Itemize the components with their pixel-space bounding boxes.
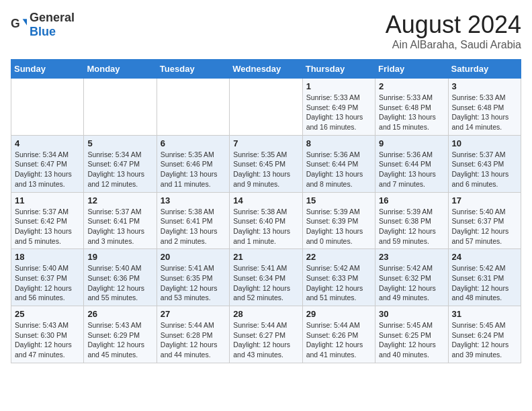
weekday-header: Thursday [302, 60, 375, 79]
calendar-week-row: 4Sunrise: 5:34 AM Sunset: 6:47 PM Daylig… [11, 135, 521, 192]
day-number: 25 [15, 309, 80, 319]
calendar-header-row: SundayMondayTuesdayWednesdayThursdayFrid… [11, 60, 521, 79]
day-number: 17 [452, 195, 517, 205]
day-info: Sunrise: 5:42 AM Sunset: 6:31 PM Dayligh… [452, 263, 517, 303]
weekday-header: Saturday [448, 60, 521, 79]
calendar-week-row: 1Sunrise: 5:33 AM Sunset: 6:49 PM Daylig… [11, 79, 521, 136]
day-info: Sunrise: 5:38 AM Sunset: 6:40 PM Dayligh… [233, 207, 298, 246]
day-info: Sunrise: 5:36 AM Sunset: 6:44 PM Dayligh… [306, 150, 371, 189]
page-title: August 2024 [386, 11, 521, 39]
day-info: Sunrise: 5:45 AM Sunset: 6:24 PM Dayligh… [452, 320, 517, 360]
day-number: 20 [161, 252, 226, 262]
day-info: Sunrise: 5:42 AM Sunset: 6:32 PM Dayligh… [379, 263, 444, 303]
calendar-cell: 31Sunrise: 5:45 AM Sunset: 6:24 PM Dayli… [448, 306, 521, 363]
calendar-cell: 21Sunrise: 5:41 AM Sunset: 6:34 PM Dayli… [230, 249, 302, 306]
day-info: Sunrise: 5:36 AM Sunset: 6:44 PM Dayligh… [379, 150, 444, 189]
day-number: 27 [161, 309, 226, 319]
day-info: Sunrise: 5:37 AM Sunset: 6:41 PM Dayligh… [87, 207, 152, 246]
day-number: 21 [233, 252, 298, 262]
logo-icon: G [11, 17, 27, 33]
day-number: 1 [306, 81, 371, 91]
day-info: Sunrise: 5:45 AM Sunset: 6:25 PM Dayligh… [379, 320, 444, 360]
weekday-header: Tuesday [157, 60, 229, 79]
calendar-cell: 5Sunrise: 5:34 AM Sunset: 6:47 PM Daylig… [84, 135, 157, 192]
calendar-cell: 17Sunrise: 5:40 AM Sunset: 6:37 PM Dayli… [448, 192, 521, 249]
day-info: Sunrise: 5:42 AM Sunset: 6:33 PM Dayligh… [306, 263, 371, 303]
day-number: 16 [379, 195, 444, 205]
calendar-cell: 3Sunrise: 5:33 AM Sunset: 6:48 PM Daylig… [448, 79, 521, 136]
calendar-cell: 7Sunrise: 5:35 AM Sunset: 6:45 PM Daylig… [230, 135, 302, 192]
day-info: Sunrise: 5:44 AM Sunset: 6:27 PM Dayligh… [233, 320, 298, 360]
calendar-week-row: 25Sunrise: 5:43 AM Sunset: 6:30 PM Dayli… [11, 306, 521, 363]
calendar-cell: 25Sunrise: 5:43 AM Sunset: 6:30 PM Dayli… [11, 306, 84, 363]
calendar-cell: 16Sunrise: 5:39 AM Sunset: 6:38 PM Dayli… [375, 192, 448, 249]
calendar-cell: 24Sunrise: 5:42 AM Sunset: 6:31 PM Dayli… [448, 249, 521, 306]
header: G General Blue August 2024 Ain AlBaraha,… [11, 11, 521, 51]
weekday-header: Wednesday [230, 60, 302, 79]
day-number: 29 [306, 309, 371, 319]
calendar-week-row: 11Sunrise: 5:37 AM Sunset: 6:42 PM Dayli… [11, 192, 521, 249]
day-info: Sunrise: 5:40 AM Sunset: 6:36 PM Dayligh… [87, 263, 152, 303]
day-number: 23 [379, 252, 444, 262]
day-number: 2 [379, 81, 444, 91]
calendar-cell [11, 79, 84, 136]
calendar-cell: 12Sunrise: 5:37 AM Sunset: 6:41 PM Dayli… [84, 192, 157, 249]
logo-blue-text: Blue [30, 25, 56, 38]
calendar-week-row: 18Sunrise: 5:40 AM Sunset: 6:37 PM Dayli… [11, 249, 521, 306]
day-info: Sunrise: 5:33 AM Sunset: 6:48 PM Dayligh… [379, 93, 444, 132]
day-number: 18 [15, 252, 80, 262]
day-number: 22 [306, 252, 371, 262]
day-info: Sunrise: 5:38 AM Sunset: 6:41 PM Dayligh… [161, 207, 226, 246]
day-number: 5 [87, 138, 152, 148]
day-number: 30 [379, 309, 444, 319]
calendar-cell: 8Sunrise: 5:36 AM Sunset: 6:44 PM Daylig… [302, 135, 375, 192]
calendar-table: SundayMondayTuesdayWednesdayThursdayFrid… [11, 59, 521, 363]
day-number: 8 [306, 138, 371, 148]
day-number: 10 [452, 138, 517, 148]
day-info: Sunrise: 5:44 AM Sunset: 6:28 PM Dayligh… [161, 320, 226, 360]
svg-marker-1 [23, 19, 27, 26]
calendar-cell: 29Sunrise: 5:44 AM Sunset: 6:26 PM Dayli… [302, 306, 375, 363]
calendar-cell: 6Sunrise: 5:35 AM Sunset: 6:46 PM Daylig… [157, 135, 229, 192]
calendar-cell: 10Sunrise: 5:37 AM Sunset: 6:43 PM Dayli… [448, 135, 521, 192]
day-info: Sunrise: 5:37 AM Sunset: 6:42 PM Dayligh… [15, 207, 80, 246]
calendar-cell [230, 79, 302, 136]
calendar-cell: 13Sunrise: 5:38 AM Sunset: 6:41 PM Dayli… [157, 192, 229, 249]
day-number: 7 [233, 138, 298, 148]
day-number: 26 [87, 309, 152, 319]
page-subtitle: Ain AlBaraha, Saudi Arabia [386, 39, 521, 51]
calendar-cell: 22Sunrise: 5:42 AM Sunset: 6:33 PM Dayli… [302, 249, 375, 306]
day-number: 13 [161, 195, 226, 205]
day-info: Sunrise: 5:43 AM Sunset: 6:29 PM Dayligh… [87, 320, 152, 360]
day-info: Sunrise: 5:35 AM Sunset: 6:46 PM Dayligh… [161, 150, 226, 189]
calendar-cell: 9Sunrise: 5:36 AM Sunset: 6:44 PM Daylig… [375, 135, 448, 192]
day-number: 3 [452, 81, 517, 91]
day-number: 28 [233, 309, 298, 319]
day-number: 12 [87, 195, 152, 205]
day-info: Sunrise: 5:35 AM Sunset: 6:45 PM Dayligh… [233, 150, 298, 189]
day-number: 31 [452, 309, 517, 319]
calendar-cell: 27Sunrise: 5:44 AM Sunset: 6:28 PM Dayli… [157, 306, 229, 363]
calendar-cell: 26Sunrise: 5:43 AM Sunset: 6:29 PM Dayli… [84, 306, 157, 363]
calendar-cell: 23Sunrise: 5:42 AM Sunset: 6:32 PM Dayli… [375, 249, 448, 306]
day-info: Sunrise: 5:34 AM Sunset: 6:47 PM Dayligh… [15, 150, 80, 189]
day-info: Sunrise: 5:41 AM Sunset: 6:35 PM Dayligh… [161, 263, 226, 303]
day-info: Sunrise: 5:40 AM Sunset: 6:37 PM Dayligh… [15, 263, 80, 303]
weekday-header: Monday [84, 60, 157, 79]
day-info: Sunrise: 5:34 AM Sunset: 6:47 PM Dayligh… [87, 150, 152, 189]
svg-text:G: G [11, 17, 20, 30]
calendar-cell: 14Sunrise: 5:38 AM Sunset: 6:40 PM Dayli… [230, 192, 302, 249]
day-info: Sunrise: 5:43 AM Sunset: 6:30 PM Dayligh… [15, 320, 80, 360]
day-number: 11 [15, 195, 80, 205]
calendar-cell: 4Sunrise: 5:34 AM Sunset: 6:47 PM Daylig… [11, 135, 84, 192]
calendar-cell: 30Sunrise: 5:45 AM Sunset: 6:25 PM Dayli… [375, 306, 448, 363]
calendar-cell: 2Sunrise: 5:33 AM Sunset: 6:48 PM Daylig… [375, 79, 448, 136]
day-number: 6 [161, 138, 226, 148]
day-info: Sunrise: 5:44 AM Sunset: 6:26 PM Dayligh… [306, 320, 371, 360]
weekday-header: Sunday [11, 60, 84, 79]
calendar-cell: 28Sunrise: 5:44 AM Sunset: 6:27 PM Dayli… [230, 306, 302, 363]
calendar-cell: 11Sunrise: 5:37 AM Sunset: 6:42 PM Dayli… [11, 192, 84, 249]
calendar-cell [84, 79, 157, 136]
day-info: Sunrise: 5:33 AM Sunset: 6:49 PM Dayligh… [306, 93, 371, 132]
calendar-cell: 15Sunrise: 5:39 AM Sunset: 6:39 PM Dayli… [302, 192, 375, 249]
